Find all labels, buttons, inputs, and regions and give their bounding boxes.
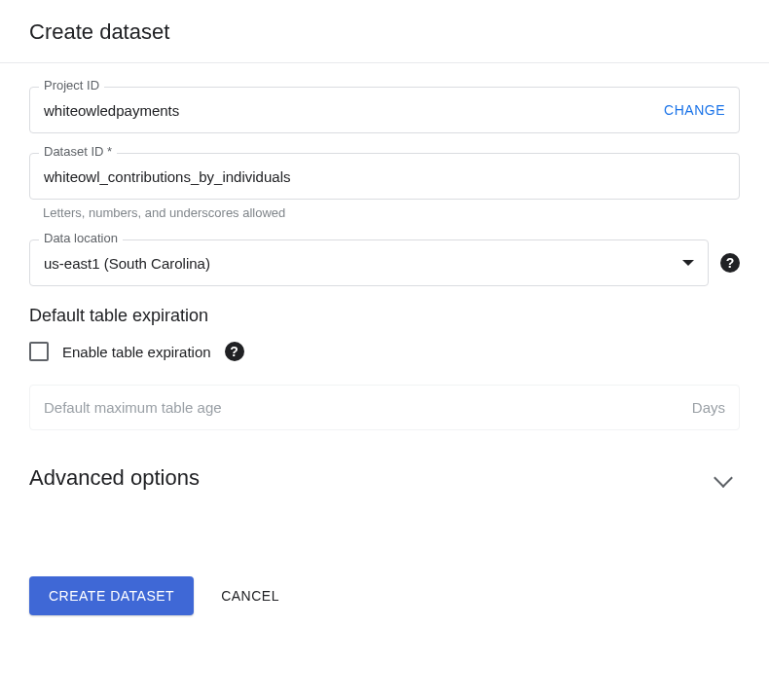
change-project-button[interactable]: CHANGE <box>664 102 725 118</box>
advanced-options-toggle[interactable]: Advanced options <box>29 458 740 498</box>
dropdown-arrow-icon <box>682 260 694 266</box>
max-table-age-placeholder: Default maximum table age <box>44 399 222 416</box>
data-location-value: us-east1 (South Carolina) <box>44 255 210 272</box>
enable-expiration-checkbox[interactable] <box>29 342 49 361</box>
help-icon[interactable]: ? <box>225 342 244 361</box>
page-title: Create dataset <box>29 19 740 45</box>
enable-expiration-label: Enable table expiration <box>62 344 211 360</box>
expiration-section-title: Default table expiration <box>29 306 740 326</box>
help-icon[interactable]: ? <box>720 253 740 273</box>
project-id-label: Project ID <box>39 78 104 92</box>
dataset-id-input[interactable] <box>44 168 725 185</box>
project-id-value: whiteowledpayments <box>44 102 179 119</box>
footer-actions: CREATE DATASET CANCEL <box>0 576 769 635</box>
enable-expiration-row: Enable table expiration ? <box>29 342 740 361</box>
data-location-select[interactable]: us-east1 (South Carolina) <box>29 239 709 286</box>
form-content: Project ID whiteowledpayments CHANGE Dat… <box>0 63 769 576</box>
project-id-field-wrapper: Project ID whiteowledpayments CHANGE <box>29 87 740 133</box>
data-location-field-wrapper: Data location us-east1 (South Carolina) <box>29 239 709 286</box>
dataset-id-field[interactable] <box>29 153 740 200</box>
max-table-age-field: Default maximum table age Days <box>29 385 740 430</box>
data-location-label: Data location <box>39 231 123 245</box>
cancel-button[interactable]: CANCEL <box>221 588 279 604</box>
data-location-row: Data location us-east1 (South Carolina) … <box>29 239 740 286</box>
advanced-options-title: Advanced options <box>29 465 200 491</box>
panel-header: Create dataset <box>0 0 769 63</box>
dataset-id-label: Dataset ID * <box>39 144 117 159</box>
chevron-down-icon <box>714 468 733 488</box>
dataset-id-helper: Letters, numbers, and underscores allowe… <box>43 205 740 220</box>
project-id-field: whiteowledpayments CHANGE <box>29 87 740 133</box>
create-dataset-button[interactable]: CREATE DATASET <box>29 576 194 615</box>
dataset-id-field-wrapper: Dataset ID * Letters, numbers, and under… <box>29 153 740 220</box>
max-table-age-unit: Days <box>692 399 725 416</box>
